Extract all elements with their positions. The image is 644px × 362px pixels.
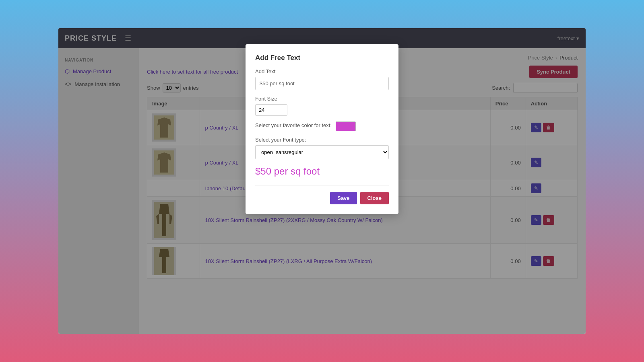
font-type-row: Select your Font type: open_sansregular … xyxy=(255,137,389,159)
font-size-input[interactable] xyxy=(255,104,287,116)
color-preview[interactable] xyxy=(336,121,356,131)
font-type-label: Select your Font type: xyxy=(255,137,389,143)
add-text-label: Add Text xyxy=(255,68,389,74)
modal-add-free-text: Add Free Text Add Text Font Size Select … xyxy=(246,44,398,214)
color-row: Select your favorite color for text: xyxy=(255,121,389,131)
modal-actions: Save Close xyxy=(255,192,389,204)
color-label: Select your favorite color for text: xyxy=(255,122,332,128)
modal-title: Add Free Text xyxy=(255,54,389,62)
save-button[interactable]: Save xyxy=(330,192,357,204)
modal-divider xyxy=(255,185,389,185)
modal-overlay: Add Free Text Add Text Font Size Select … xyxy=(58,28,586,334)
add-text-input[interactable] xyxy=(255,77,389,90)
close-button[interactable]: Close xyxy=(360,192,389,204)
font-type-select[interactable]: open_sansregular arialregular timesnewro… xyxy=(255,145,389,159)
app-window: PRICE STYLE ☰ freetext ▾ NAVIGATION ⬡ Ma… xyxy=(58,28,586,334)
preview-text: $50 per sq foot xyxy=(255,166,389,177)
font-size-label: Font Size xyxy=(255,96,389,102)
